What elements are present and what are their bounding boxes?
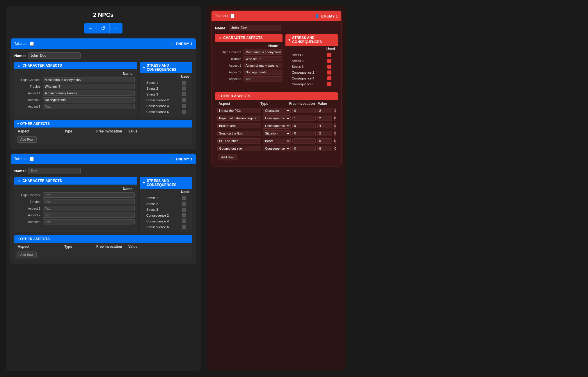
right-row3-aspect[interactable] [217,123,261,128]
right-conseq4-cb[interactable] [327,76,331,80]
npc1-stress-section: ♥ STRESS AND CONSEQUENCES Used Stress 1 … [140,62,192,117]
right-npc-header: Take out 👤 ENEMY 1 [212,11,341,21]
npc2-take-out-checkbox[interactable] [30,157,34,161]
right-row6-delete[interactable]: X [334,146,336,151]
npc1-conseq6-cb[interactable] [182,110,186,114]
right-conseq2-row: Consequence 2 [288,70,335,75]
right-other-aspects: + OTHER ASPECTS Aspect Type Free Invocat… [215,92,338,163]
npc2-other-aspects-header: + OTHER ASPECTS [14,235,192,243]
right-add-row-btn[interactable]: Add Row [218,154,237,160]
right-stress3-cb[interactable] [327,65,331,69]
right-row3-value[interactable] [317,123,332,128]
npc1-conseq2-cb[interactable] [182,98,186,102]
right-row4-value[interactable] [317,131,332,136]
right-aspect1-input[interactable] [244,63,283,68]
npc2-name-input[interactable] [28,168,81,174]
right-row4-fi[interactable] [292,131,316,136]
npc1-name-input[interactable] [28,52,81,59]
npc1-other-aspects: + OTHER ASPECTS Aspect Type Free Invocat… [14,120,192,145]
person-icon-right: 👤 [315,14,319,18]
npc1-stress1-cb[interactable] [182,81,186,85]
npc2-stress-header: ♥ STRESS AND CONSEQUENCES [140,177,192,189]
npc1-stress3-cb[interactable] [182,92,186,96]
npc1-char-aspects-header: ☺ CHARACTER ASPECTS [14,62,137,69]
plus-button[interactable]: + [110,23,122,33]
npc1-stress2-row: Stress 2 [143,86,189,91]
npc1-stress2-cb[interactable] [182,86,186,91]
right-stress-header: ♥ STRESS AND CONSEQUENCES [285,34,338,46]
right-row1-fi[interactable] [292,108,316,113]
right-row1-value[interactable] [317,108,332,113]
right-stress-col-vals: Used Stress 1 Stress 2 Stress 3 [285,46,338,89]
npc1-aspect1-input[interactable] [43,91,135,96]
npc2-trouble-input[interactable] [43,199,135,204]
right-conseq2-cb[interactable] [327,70,331,75]
right-stress1-cb[interactable] [327,53,331,57]
right-take-out-checkbox[interactable] [230,14,235,18]
right-row1-aspect[interactable] [217,108,261,113]
npc2-conseq6-row: Consequence 6 [143,224,189,230]
right-row6-value[interactable] [317,146,332,151]
right-row2-value[interactable] [317,116,332,121]
right-name-input[interactable] [229,25,281,31]
npc2-high-concept-input[interactable] [43,192,135,198]
right-row5-fi[interactable] [292,138,316,144]
right-row6-type[interactable]: Character Consequence Situation Boost [263,146,291,151]
npc1-name-label: Name: [14,54,26,58]
npc2-aspect1-input[interactable] [43,206,135,211]
right-row2-delete[interactable]: X [334,115,336,121]
right-row5-delete[interactable]: X [334,138,336,144]
npc2-trouble-row: Trouble [17,199,135,204]
right-row2-aspect[interactable] [217,116,261,121]
npc1-two-col: ☺ CHARACTER ASPECTS Name High Concept Tr… [14,62,192,117]
npc2-stress2-cb[interactable] [182,202,186,206]
npc2-stress1-cb[interactable] [182,196,186,200]
npc1-card: Take out 👤 ENEMY 1 Name: ☺ CHARACTER ASP… [10,38,196,149]
right-row1-delete[interactable]: X [334,108,336,114]
right-row5-aspect[interactable] [217,138,261,144]
right-aspect3-input[interactable] [244,76,283,82]
right-conseq6-cb[interactable] [327,82,331,86]
right-conseq4-row: Consequence 4 [288,75,335,81]
npc2-conseq4-cb[interactable] [182,219,186,223]
right-row5-value[interactable] [317,138,332,144]
right-row3-type[interactable]: Character Consequence Situation Boost [263,123,291,129]
right-row3-delete[interactable]: X [334,123,336,129]
npc1-conseq4-cb[interactable] [182,104,186,108]
npc2-aspect3-input[interactable] [43,219,135,224]
npc2-stress3-cb[interactable] [182,208,186,212]
right-row4-type[interactable]: Character Consequence Situation Boost [263,130,291,136]
npc2-conseq2-cb[interactable] [182,213,186,217]
right-char-aspects-header: ☺ CHARACTER ASPECTS [215,34,283,42]
right-name-label: Name: [215,26,227,30]
right-row6-fi[interactable] [292,146,316,151]
npc2-aspect2-input[interactable] [43,213,135,218]
right-row1-type[interactable]: Character Consequence Situation Boost [263,108,291,114]
npc1-aspect3-input[interactable] [43,104,135,109]
npc1-conseq2-row: Consequence 2 [143,97,189,103]
npc1-aspect2-input[interactable] [43,97,135,102]
npc1-title: 👤 ENEMY 1 [169,42,192,46]
right-take-out-label: Take out [215,14,228,18]
take-out-label: Take out [14,42,27,46]
reset-button[interactable]: ↺ [97,23,110,33]
npc1-high-concept-input[interactable] [43,77,135,82]
right-row3-fi[interactable] [292,123,316,128]
npc1-trouble-input[interactable] [43,84,135,89]
right-row4-aspect[interactable] [217,131,261,136]
right-row2-fi[interactable] [292,116,316,121]
npc1-add-row-btn[interactable]: Add Row [17,136,37,143]
right-row2-type[interactable]: Character Consequence Situation Boost [263,115,291,121]
smiley-icon2: ☺ [17,179,21,183]
minus-button[interactable]: − [84,23,97,33]
right-row6-aspect[interactable] [217,146,261,151]
npc1-take-out-checkbox[interactable] [30,42,34,46]
right-row4-delete[interactable]: X [334,130,336,136]
right-stress2-cb[interactable] [327,59,331,63]
right-high-concept-input[interactable] [244,49,283,55]
npc2-add-row-btn[interactable]: Add Row [17,252,37,258]
right-aspect2-input[interactable] [244,70,283,75]
right-row5-type[interactable]: Character Consequence Situation Boost [263,138,291,144]
right-trouble-input[interactable] [244,56,283,61]
npc2-conseq6-cb[interactable] [182,225,186,229]
